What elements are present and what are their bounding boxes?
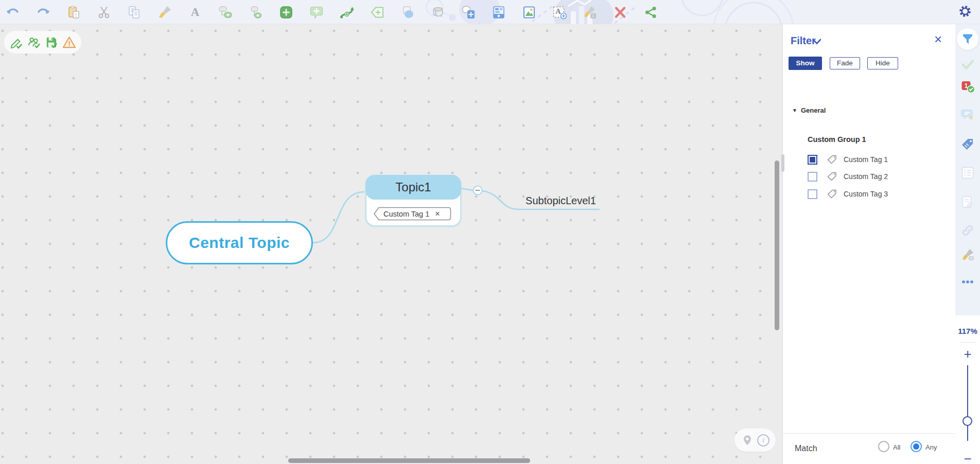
right-icon-sidebar: 1 117% + −: [955, 24, 980, 464]
locate-pin-button[interactable]: [741, 434, 754, 447]
topic1-header[interactable]: Topic1: [365, 175, 461, 200]
canvas-quick-tools: i: [734, 429, 776, 452]
match-any-label[interactable]: Any: [925, 443, 937, 451]
add-topic-button[interactable]: [279, 5, 293, 20]
topic1-tag[interactable]: Custom Tag 1 ×: [373, 207, 452, 223]
zoom-out-button[interactable]: −: [955, 452, 980, 464]
central-topic-text: Central Topic: [189, 234, 290, 252]
delete-icon: [613, 5, 627, 20]
clear-format-button[interactable]: [583, 5, 597, 20]
zoom-in-button[interactable]: +: [955, 347, 980, 361]
close-panel-button[interactable]: ×: [934, 32, 942, 46]
undo-button[interactable]: [6, 5, 20, 20]
tag-icon: [827, 155, 837, 164]
outline-list-icon[interactable]: [960, 166, 975, 180]
fill-color-icon: [431, 5, 445, 20]
settings-button[interactable]: [958, 5, 972, 18]
subtopic-node[interactable]: SubtopicLevel1: [521, 195, 601, 207]
fill-color-button[interactable]: [431, 5, 445, 20]
font-icon: A: [191, 6, 200, 18]
tag-tab-icon[interactable]: [960, 137, 975, 152]
add-shape-button[interactable]: [461, 5, 476, 20]
shapes-button[interactable]: [400, 5, 415, 20]
redo-button[interactable]: [36, 5, 50, 20]
subtopic-text: SubtopicLevel1: [526, 195, 596, 206]
tag-icon: [827, 172, 837, 181]
panel-resize-handle[interactable]: [781, 154, 784, 172]
custom-tag-2-label[interactable]: Custom Tag 2: [844, 172, 888, 181]
chevron-down-icon[interactable]: [812, 39, 821, 45]
paste-button[interactable]: [66, 5, 81, 20]
task-priority-icon[interactable]: 1: [960, 79, 975, 94]
filter-mode-hide-button[interactable]: Hide: [867, 57, 898, 69]
vertical-scrollbar[interactable]: [775, 160, 779, 330]
insert-topic-button[interactable]: [218, 5, 233, 20]
paste-icon: [66, 5, 81, 20]
relationship-button[interactable]: [340, 5, 354, 20]
tag-remove-icon[interactable]: ×: [435, 209, 440, 219]
cut-icon: [97, 5, 111, 20]
link-icon[interactable]: [960, 223, 975, 238]
more-options-icon[interactable]: [960, 275, 975, 289]
format-painter-button[interactable]: [157, 5, 172, 20]
add-label-button[interactable]: [370, 5, 384, 20]
share-button[interactable]: [643, 5, 658, 20]
filter-mode-show-button[interactable]: Show: [789, 57, 822, 70]
cut-button[interactable]: [97, 5, 111, 20]
summary-button[interactable]: [492, 5, 506, 20]
custom-tag-2-checkbox[interactable]: [808, 172, 817, 182]
match-all-label[interactable]: All: [893, 443, 900, 451]
insert-subtopic-icon: [249, 5, 263, 20]
redo-icon: [36, 5, 50, 20]
add-label-icon: [370, 5, 384, 20]
copy-icon: [127, 5, 142, 20]
zoom-slider-handle[interactable]: [962, 416, 972, 426]
tag-label: Custom Tag 1: [383, 210, 429, 218]
format-painter-icon: [157, 5, 172, 20]
filter-tag-row-1: Custom Tag 1: [808, 154, 926, 165]
topic1-text: Topic1: [395, 180, 431, 194]
custom-tag-3-checkbox[interactable]: [808, 189, 817, 199]
copy-button[interactable]: [127, 5, 142, 20]
delete-button[interactable]: [613, 5, 627, 20]
zoom-level: 117%: [955, 327, 980, 335]
central-topic-node[interactable]: Central Topic: [166, 221, 313, 264]
style-brush-icon[interactable]: [960, 247, 975, 262]
section-general[interactable]: ▼ General: [792, 106, 826, 114]
shapes-icon: [400, 5, 415, 20]
top-toolbar: A A: [0, 0, 980, 24]
undo-icon: [6, 5, 20, 20]
custom-group-title: Custom Group 1: [808, 135, 866, 144]
filter-mode-fade-button[interactable]: Fade: [830, 57, 860, 69]
clear-format-icon: [583, 5, 597, 20]
insert-subtopic-button[interactable]: [249, 5, 263, 20]
info-button[interactable]: i: [757, 434, 769, 447]
topic1-node[interactable]: Topic1 Custom Tag 1 ×: [365, 175, 461, 226]
font-button[interactable]: A: [188, 5, 202, 20]
match-any-radio[interactable]: [911, 441, 922, 452]
custom-tag-3-label[interactable]: Custom Tag 3: [844, 190, 888, 198]
select-check-icon[interactable]: [960, 57, 975, 72]
section-general-label: General: [801, 106, 826, 114]
comment-star-icon[interactable]: [960, 108, 975, 122]
mindmap-edges: [0, 24, 782, 464]
notes-icon[interactable]: [960, 195, 975, 209]
custom-tag-1-checkbox[interactable]: [808, 155, 817, 165]
text-box-button[interactable]: A: [552, 5, 567, 20]
add-topic-icon: [279, 5, 293, 20]
add-shape-icon: [461, 5, 476, 20]
custom-tag-1-label[interactable]: Custom Tag 1: [844, 155, 888, 164]
tag-icon: [827, 189, 837, 199]
horizontal-scrollbar[interactable]: [288, 458, 530, 463]
insert-topic-icon: [218, 5, 233, 20]
collapse-triangle-icon: ▼: [792, 108, 797, 113]
insert-image-button[interactable]: [522, 5, 536, 20]
collapse-button[interactable]: [474, 186, 482, 195]
add-callout-button[interactable]: [309, 5, 324, 20]
mindmap-canvas[interactable]: ! Central Topic Topic1 Custom Tag 1 × Su…: [0, 24, 782, 464]
match-label: Match: [795, 444, 817, 453]
match-all-radio[interactable]: [878, 441, 889, 452]
filter-tab-icon[interactable]: [960, 32, 975, 46]
zoom-slider-track[interactable]: [967, 365, 968, 441]
filter-tag-row-2: Custom Tag 2: [808, 171, 926, 182]
